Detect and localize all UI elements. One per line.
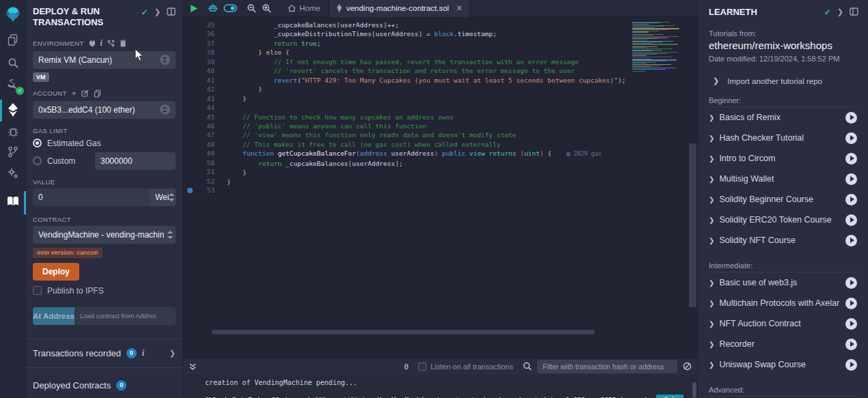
at-address-button[interactable]: At Address	[33, 307, 74, 325]
listen-all-transactions-option[interactable]: Listen on all transactions	[418, 363, 513, 371]
learneth-panel: LEARNETH ✓ ❯ Tutorials from: ethereum/re…	[697, 0, 868, 398]
code-line: // This makes it free to call (no gas co…	[227, 140, 625, 149]
at-address-input[interactable]	[74, 307, 176, 325]
tutorial-item[interactable]: ❯Basic use of web3.js	[698, 272, 868, 293]
environment-select[interactable]: Remix VM (Cancun)	[33, 51, 176, 69]
add-account-icon[interactable]: +	[72, 89, 77, 98]
publish-ipfs-checkbox[interactable]	[33, 286, 42, 295]
trash-icon[interactable]	[120, 40, 126, 47]
terminal-search-icon[interactable]	[523, 360, 532, 373]
editor-minimap[interactable]	[632, 20, 690, 72]
copy-icon[interactable]	[94, 89, 101, 98]
environment-info-icon[interactable]: i	[100, 38, 103, 48]
tutorial-play-button[interactable]	[845, 153, 857, 165]
value-input[interactable]	[33, 188, 150, 206]
tutorial-play-button[interactable]	[845, 173, 857, 185]
value-unit-select[interactable]: Wei	[150, 188, 176, 206]
custom-gas-option[interactable]: Custom	[33, 152, 176, 170]
debugger-icon[interactable]	[0, 124, 26, 138]
tutorial-play-button[interactable]	[845, 194, 857, 205]
tutorial-expand-icon[interactable]: ❯	[709, 216, 714, 224]
ai-assistant-icon[interactable]	[208, 3, 218, 13]
tutorial-play-button[interactable]	[845, 339, 857, 350]
account-select[interactable]: 0x5B3...eddC4 (100 ether)	[33, 101, 176, 119]
panel-layout-icon[interactable]	[167, 8, 176, 16]
tutorial-play-button[interactable]	[845, 214, 857, 226]
code-line: return true;	[227, 39, 625, 48]
git-icon[interactable]	[0, 145, 26, 158]
deployed-contracts-row[interactable]: Deployed Contracts 0	[26, 368, 182, 398]
learneth-chevron-icon[interactable]: ❯	[837, 8, 843, 16]
tutorial-expand-icon[interactable]: ❯	[709, 175, 714, 183]
tutorial-expand-icon[interactable]: ❯	[709, 196, 714, 203]
tutorial-expand-icon[interactable]: ❯	[709, 114, 714, 122]
tutorial-expand-icon[interactable]: ❯	[709, 237, 714, 244]
clear-terminal-icon[interactable]	[683, 360, 692, 373]
code-content[interactable]: _cupcakeBalances[userAddress]++; _cupcak…	[227, 20, 625, 196]
ai-toggle-icon[interactable]	[223, 4, 237, 12]
debug-button[interactable]: Debug	[656, 395, 683, 398]
tab-active-file[interactable]: vending-machine-contract.sol ✕	[329, 0, 470, 17]
editor-gutter[interactable]: 35363738394041424344454647484950515253	[183, 20, 215, 195]
tutorial-play-button[interactable]	[845, 359, 857, 371]
estimated-gas-radio[interactable]	[33, 139, 42, 147]
tutorial-expand-icon[interactable]: ❯	[709, 279, 714, 287]
tab-home[interactable]: Home	[280, 0, 329, 17]
tutorial-item[interactable]: ❯Solidity ERC20 Token Course	[698, 210, 868, 230]
transactions-recorded-row[interactable]: Transactions recorded 0 i ❯	[26, 339, 182, 367]
estimated-gas-option[interactable]: Estimated Gas	[33, 139, 176, 148]
custom-gas-input[interactable]	[95, 152, 176, 170]
learneth-layout-icon[interactable]	[850, 8, 858, 16]
tutorial-item[interactable]: ❯Solidity Beginner Course	[698, 189, 868, 210]
deploy-run-icon[interactable]	[0, 101, 26, 119]
listen-all-checkbox[interactable]	[418, 363, 426, 371]
remix-logo[interactable]	[0, 4, 26, 25]
tutorial-item[interactable]: ❯Multisig Wallet	[698, 169, 868, 189]
tutorial-play-button[interactable]	[845, 235, 857, 246]
terminal-scrollbar[interactable]	[692, 382, 696, 398]
tutorial-expand-icon[interactable]: ❯	[709, 155, 714, 162]
tab-close-icon[interactable]: ✕	[456, 3, 463, 13]
fork-icon[interactable]	[107, 40, 115, 47]
plug-icon[interactable]	[89, 40, 96, 47]
editor-vertical-scrollbar[interactable]	[689, 143, 696, 307]
run-script-icon[interactable]	[190, 4, 198, 13]
tutorial-expand-icon[interactable]: ❯	[709, 320, 714, 328]
transactions-expand-icon[interactable]: ❯	[169, 349, 176, 358]
tutorial-expand-icon[interactable]: ❯	[709, 361, 714, 369]
contract-select[interactable]: VendingMachine - vending-machin	[33, 226, 176, 244]
tutorial-item[interactable]: ❯Hash Checker Tutorial	[698, 128, 868, 148]
settings-icon[interactable]	[0, 167, 26, 180]
transactions-info-icon[interactable]: i	[142, 348, 144, 358]
tutorial-expand-icon[interactable]: ❯	[709, 300, 714, 307]
tutorial-expand-icon[interactable]: ❯	[709, 134, 714, 142]
tutorial-play-button[interactable]	[845, 132, 857, 144]
tutorial-item[interactable]: ❯Multichain Protocols with Axelar	[698, 293, 868, 313]
edit-icon[interactable]	[81, 89, 89, 97]
collapse-terminal-icon[interactable]	[189, 363, 197, 371]
deploy-button[interactable]: Deploy	[33, 263, 79, 281]
tutorial-item[interactable]: ❯Intro to Circom	[698, 148, 868, 169]
panel-chevron-icon[interactable]: ❯	[154, 8, 161, 16]
solidity-compiler-icon[interactable]: ✓	[0, 78, 26, 93]
tutorial-item[interactable]: ❯Recorder	[698, 334, 868, 354]
tutorial-item[interactable]: ❯Basics of Remix	[698, 107, 868, 128]
learneth-plugin-icon[interactable]	[0, 193, 26, 210]
tutorial-play-button[interactable]	[845, 298, 857, 309]
publish-ipfs-option[interactable]: Publish to IPFS	[33, 286, 176, 296]
tutorial-play-button[interactable]	[845, 318, 857, 330]
zoom-out-icon[interactable]	[247, 3, 256, 13]
search-icon[interactable]	[0, 56, 26, 70]
tutorial-item[interactable]: ❯Uniswap Swap Course	[698, 354, 868, 375]
custom-gas-radio[interactable]	[33, 156, 42, 165]
tutorial-expand-icon[interactable]: ❯	[709, 341, 714, 348]
file-explorer-icon[interactable]	[0, 33, 26, 46]
tutorial-play-button[interactable]	[845, 277, 857, 289]
editor-horizontal-scrollbar[interactable]	[212, 330, 595, 335]
tutorial-item[interactable]: ❯NFT Auction Contract	[698, 313, 868, 334]
zoom-in-icon[interactable]	[262, 3, 271, 13]
tutorial-item[interactable]: ❯Solidity NFT Course	[698, 230, 868, 251]
tutorial-play-button[interactable]	[845, 112, 857, 124]
import-tutorial-repo[interactable]: ❯ Import another tutorial repo	[698, 63, 868, 85]
terminal-filter-input[interactable]	[537, 360, 677, 373]
